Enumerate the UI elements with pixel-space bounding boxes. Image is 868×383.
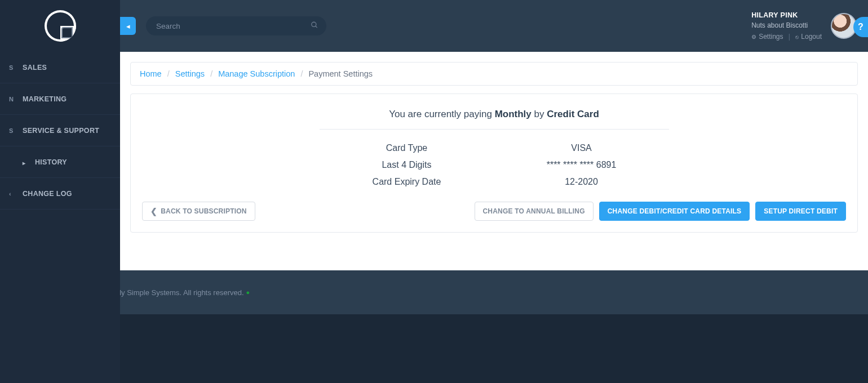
card-last4-label: Last 4 Digits <box>320 160 494 170</box>
svg-point-0 <box>312 22 316 26</box>
breadcrumb-settings[interactable]: Settings <box>175 69 205 78</box>
chevron-left-icon: ❮ <box>150 207 157 216</box>
user-name: HILARY PINK <box>751 10 822 21</box>
sidebar-item-change-log[interactable]: ‹ CHANGE LOG <box>0 178 120 210</box>
search-input[interactable] <box>146 16 326 35</box>
card-last4-row: Last 4 Digits **** **** **** 6891 <box>320 157 669 173</box>
sidebar-item-sales[interactable]: S SALES <box>0 52 120 83</box>
nav-glyph: S <box>9 64 15 71</box>
button-label: CHANGE DEBIT/CREDIT CARD DETAILS <box>608 207 742 215</box>
nav-glyph: N <box>9 96 15 103</box>
sidebar-item-history[interactable]: ▸ HISTORY <box>0 146 120 178</box>
breadcrumb-current: Payment Settings <box>308 69 373 78</box>
status-frequency: Monthly <box>495 109 532 119</box>
button-label: BACK TO SUBSCRIPTION <box>161 207 246 215</box>
topbar-right: HILARY PINK Nuts about Biscotti ⚙Setting… <box>751 10 857 42</box>
card-last4-value: **** **** **** 6891 <box>494 160 669 170</box>
status-prefix: You are currently paying <box>389 109 494 119</box>
status-method: Credit Card <box>547 109 599 119</box>
nav-glyph: S <box>9 127 15 134</box>
main: Home / Settings / Manage Subscription / … <box>120 52 868 270</box>
card-expiry-label: Card Expiry Date <box>320 177 494 187</box>
user-org: Nuts about Biscotti <box>751 20 822 30</box>
svg-line-1 <box>316 26 317 28</box>
sidebar-item-label: CHANGE LOG <box>23 190 72 198</box>
card-expiry-value: 12-2020 <box>494 177 669 187</box>
nav-glyph: ‹ <box>9 190 15 197</box>
back-to-subscription-button[interactable]: ❮ BACK TO SUBSCRIPTION <box>142 202 255 221</box>
breadcrumb-sep: / <box>300 69 303 78</box>
search-icon <box>311 21 318 31</box>
button-label: CHANGE TO ANNUAL BILLING <box>483 207 585 215</box>
caret-left-icon: ◂ <box>126 22 130 30</box>
footer: Copyright © 2004 - 2018 Really Simple Sy… <box>0 270 868 314</box>
card-type-value: VISA <box>494 143 669 153</box>
breadcrumb-sep: / <box>167 69 170 78</box>
sidebar: S SALES N MARKETING S SERVICE & SUPPORT … <box>0 0 120 383</box>
user-links: ⚙Settings | ⎋Logout <box>751 32 822 42</box>
nav: S SALES N MARKETING S SERVICE & SUPPORT … <box>0 52 120 210</box>
payment-status: You are currently paying Monthly by Cred… <box>320 109 669 130</box>
logout-icon: ⎋ <box>795 34 799 40</box>
gear-icon: ⚙ <box>751 34 756 40</box>
footer-lower <box>0 314 868 383</box>
search-wrap <box>146 16 326 35</box>
status-dot-icon: ● <box>246 289 250 296</box>
change-to-annual-button[interactable]: CHANGE TO ANNUAL BILLING <box>475 202 594 221</box>
card-type-label: Card Type <box>320 143 494 153</box>
user-block: HILARY PINK Nuts about Biscotti ⚙Setting… <box>751 10 822 42</box>
change-card-details-button[interactable]: CHANGE DEBIT/CREDIT CARD DETAILS <box>599 202 750 221</box>
button-label: SETUP DIRECT DEBIT <box>764 207 838 215</box>
sidebar-item-label: SERVICE & SUPPORT <box>23 127 99 135</box>
sidebar-item-label: SALES <box>23 64 47 72</box>
breadcrumb-manage-subscription[interactable]: Manage Subscription <box>218 69 295 78</box>
setup-direct-debit-button[interactable]: SETUP DIRECT DEBIT <box>755 202 846 221</box>
logo-wrap <box>0 0 120 52</box>
settings-link[interactable]: Settings <box>759 33 783 41</box>
logout-link[interactable]: Logout <box>801 33 822 41</box>
sidebar-item-label: HISTORY <box>35 158 67 166</box>
separator: | <box>789 33 790 41</box>
card-details: Card Type VISA Last 4 Digits **** **** *… <box>320 140 669 190</box>
sidebar-item-marketing[interactable]: N MARKETING <box>0 83 120 115</box>
card-expiry-row: Card Expiry Date 12-2020 <box>320 173 669 190</box>
logo <box>45 10 76 42</box>
sidebar-item-service-support[interactable]: S SERVICE & SUPPORT <box>0 115 120 146</box>
caret-right-icon: ▸ <box>23 160 27 164</box>
status-joiner: by <box>532 109 547 119</box>
card-type-row: Card Type VISA <box>320 140 669 157</box>
breadcrumb-home[interactable]: Home <box>140 69 162 78</box>
sidebar-item-label: MARKETING <box>23 95 67 103</box>
breadcrumb: Home / Settings / Manage Subscription / … <box>130 62 858 86</box>
help-icon: ? <box>858 22 863 32</box>
breadcrumb-sep: / <box>210 69 212 78</box>
topbar: ◂ HILARY PINK Nuts about Biscotti ⚙Setti… <box>120 0 868 52</box>
action-bar: ❮ BACK TO SUBSCRIPTION CHANGE TO ANNUAL … <box>142 202 846 221</box>
payment-panel: You are currently paying Monthly by Cred… <box>130 93 858 233</box>
collapse-sidebar-button[interactable]: ◂ <box>120 17 136 35</box>
